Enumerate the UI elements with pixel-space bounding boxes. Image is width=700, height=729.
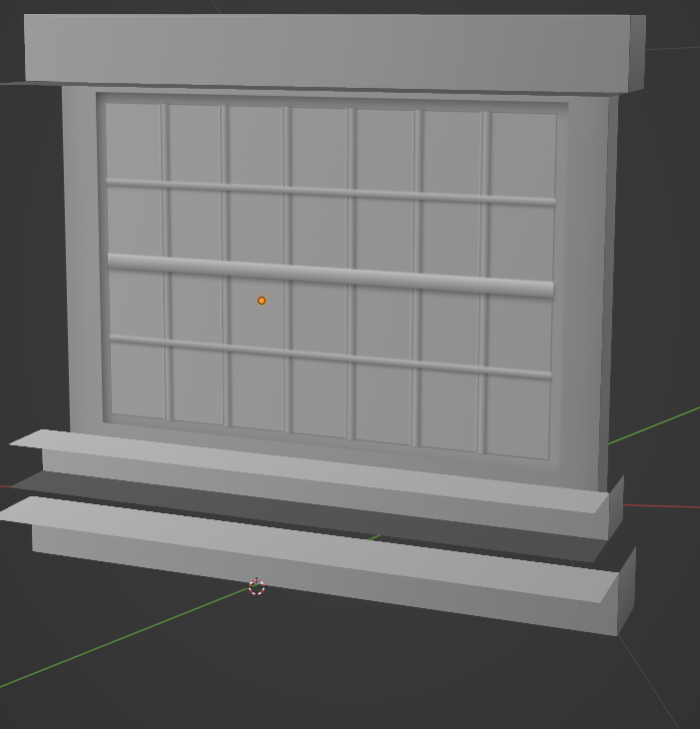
window-inner-frame [105, 102, 557, 460]
lintel-front [24, 14, 631, 93]
lintel-right [628, 15, 646, 93]
base-right [617, 545, 636, 637]
window-recess [96, 92, 569, 472]
sill-right [608, 474, 624, 542]
viewport-3d[interactable] [0, 0, 700, 729]
scene-root [30, 60, 669, 639]
object-origin-indicator [258, 297, 266, 305]
